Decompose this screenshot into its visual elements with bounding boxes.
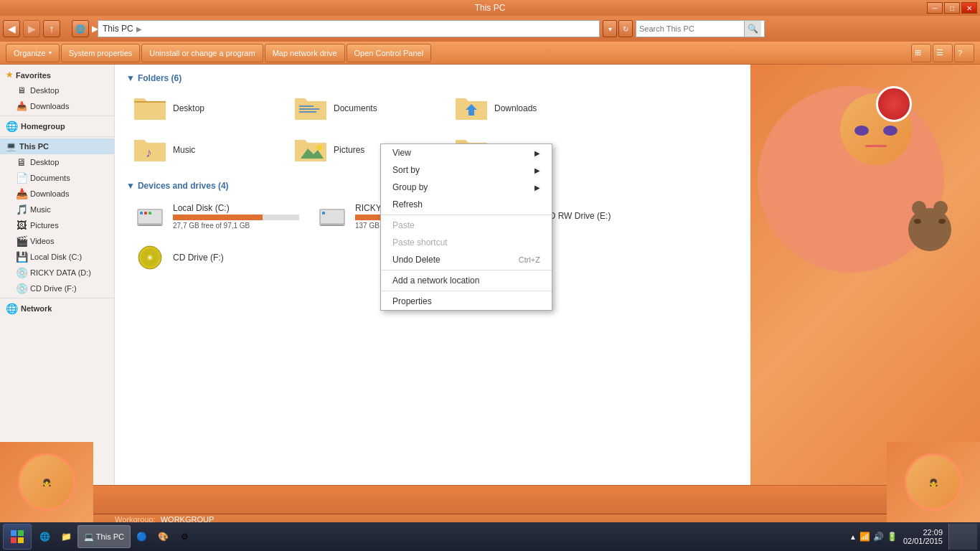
clock-date: 02/01/2015: [903, 537, 943, 545]
context-menu: View ▶ Sort by ▶ Group by ▶ Refresh Past…: [380, 143, 552, 311]
up-button[interactable]: ↑: [43, 20, 60, 37]
address-bar: ◀ ▶ ↑ 🌐 ▶ This PC ▶ ▾ ↻ 🔍: [0, 16, 980, 42]
tray-volume-icon[interactable]: 🔊: [873, 532, 884, 542]
ctx-sort-by[interactable]: Sort by ▶: [381, 161, 552, 179]
ctx-undo-delete[interactable]: Undo Delete Ctrl+Z: [381, 251, 552, 268]
sidebar-item-pictures[interactable]: 🖼 Pictures: [0, 217, 114, 233]
cd-drive-icon-main: [133, 243, 167, 272]
svg-rect-28: [11, 530, 17, 536]
tray-chevron[interactable]: ▲: [849, 533, 857, 541]
ctx-paste[interactable]: Paste: [381, 217, 552, 234]
ctx-undo-shortcut: Ctrl+Z: [519, 255, 540, 264]
folder-desktop[interactable]: Desktop: [126, 89, 284, 128]
forward-button[interactable]: ▶: [23, 20, 40, 37]
uninstall-button[interactable]: Uninstall or change a program: [141, 44, 263, 62]
address-path[interactable]: This PC ▶: [98, 20, 600, 37]
sidebar-item-music[interactable]: 🎵 Music: [0, 202, 114, 217]
search-button[interactable]: 🔍: [744, 21, 761, 37]
drives-arrow: ▼: [126, 181, 135, 191]
close-button[interactable]: ✕: [961, 2, 977, 14]
sidebar-item-ricky-data[interactable]: 💿 RICKY DATA (D:): [0, 265, 114, 281]
star-icon: ★: [6, 70, 13, 80]
downloads-fav-icon: 📥: [16, 100, 27, 112]
start-button[interactable]: [3, 524, 32, 550]
sidebar-item-desktop[interactable]: 🖥 Desktop: [0, 154, 114, 170]
map-network-button[interactable]: Map network drive: [265, 44, 345, 62]
drive-cd[interactable]: CD Drive (F:): [126, 238, 306, 277]
back-button[interactable]: ◀: [3, 20, 20, 37]
cd-label: CD Drive (F:): [173, 253, 299, 263]
local-disk-icon: 💾: [16, 251, 27, 263]
ctx-group-by[interactable]: Group by ▶: [381, 179, 552, 196]
svg-rect-13: [149, 212, 151, 215]
folder-music-label: Music: [173, 145, 195, 155]
svg-rect-14: [138, 225, 161, 226]
taskbar-clock[interactable]: 22:09 02/01/2015: [903, 528, 943, 545]
ctx-add-network[interactable]: Add a network location: [381, 272, 552, 289]
ctx-properties[interactable]: Properties: [381, 293, 552, 310]
tray-network-icon[interactable]: 📶: [859, 532, 870, 542]
sidebar-item-videos[interactable]: 🎬 Videos: [0, 233, 114, 249]
tray-battery-icon[interactable]: 🔋: [887, 532, 897, 542]
folder-downloads[interactable]: Downloads: [448, 89, 606, 128]
taskbar-explorer-icon[interactable]: 📁: [56, 527, 76, 547]
cd-info: CD Drive (F:): [173, 253, 299, 263]
sidebar-item-documents[interactable]: 📄 Documents: [0, 170, 114, 186]
folder-music[interactable]: ♪ Music: [126, 131, 284, 169]
taskbar-paint-icon[interactable]: 🎨: [154, 527, 174, 547]
organize-button[interactable]: Organize ▾: [6, 44, 60, 62]
favorites-header[interactable]: ★ Favorites: [0, 67, 114, 83]
ricky-data-drive-icon: [315, 202, 349, 230]
drive-local-disk[interactable]: Local Disk (C:) 27,7 GB free of 97,1 GB: [126, 197, 306, 235]
desktop-fav-icon: 🖥: [16, 85, 27, 96]
ctx-paste-shortcut[interactable]: Paste shortcut: [381, 234, 552, 251]
help-button[interactable]: ?: [954, 44, 974, 62]
view-options-button[interactable]: ⊞: [911, 44, 931, 62]
svg-rect-11: [140, 212, 143, 215]
taskbar-settings-icon[interactable]: ⚙: [175, 527, 195, 547]
local-disk-bar-container: [173, 215, 299, 220]
search-box: 🔍: [636, 20, 765, 37]
cd-drive-icon: 💿: [16, 283, 27, 294]
status-bar: ASUS: [0, 485, 980, 514]
window-title: This PC: [475, 3, 506, 13]
view-list-button[interactable]: ☰: [933, 44, 953, 62]
ctx-view-arrow: ▶: [534, 149, 540, 157]
svg-rect-2: [299, 108, 319, 110]
taskbar-ie-icon[interactable]: 🌐: [34, 527, 55, 547]
sidebar-divider-3: [0, 298, 114, 298]
sidebar-item-downloads-fav[interactable]: 📥 Downloads: [0, 98, 114, 114]
system-properties-button[interactable]: System properties: [61, 44, 141, 62]
sidebar-item-local-disk[interactable]: 💾 Local Disk (C:): [0, 249, 114, 265]
svg-rect-3: [299, 111, 316, 113]
ie-icon: 🌐: [72, 20, 89, 37]
network-header[interactable]: 🌐 Network: [0, 300, 114, 317]
search-input[interactable]: [636, 24, 744, 33]
svg-text:♪: ♪: [146, 146, 152, 160]
taskbar: 🌐 📁 💻 This PC 🔵 🎨 ⚙ ▲ 📶 🔊 🔋 22:09 02/01/…: [0, 522, 980, 551]
ctx-sort-arrow: ▶: [534, 166, 540, 174]
folder-documents[interactable]: Documents: [287, 89, 445, 128]
local-disk-free: 27,7 GB free of 97,1 GB: [173, 222, 299, 230]
folder-documents-label: Documents: [334, 103, 377, 113]
homegroup-header[interactable]: 🌐 Homegroup: [0, 118, 114, 135]
maximize-button[interactable]: □: [944, 2, 960, 14]
sidebar: ★ Favorites 🖥 Desktop 📥 Downloads 🌐 Home…: [0, 65, 115, 485]
taskbar-chrome-icon[interactable]: 🔵: [132, 527, 152, 547]
folders-section-header[interactable]: ▼ Folders (6): [126, 73, 739, 83]
minimize-button[interactable]: ─: [927, 2, 943, 14]
taskbar-this-pc[interactable]: 💻 This PC: [77, 525, 131, 548]
homegroup-icon: 🌐: [6, 121, 18, 132]
ctx-view[interactable]: View ▶: [381, 144, 552, 161]
refresh-btn[interactable]: ↻: [618, 20, 633, 37]
control-panel-button[interactable]: Open Control Panel: [347, 44, 432, 62]
sidebar-item-desktop-fav[interactable]: 🖥 Desktop: [0, 83, 114, 98]
address-dropdown-btn[interactable]: ▾: [603, 20, 617, 37]
svg-rect-18: [321, 225, 344, 226]
show-desktop-button[interactable]: [948, 524, 977, 550]
ctx-refresh[interactable]: Refresh: [381, 196, 552, 213]
system-bar-left-char: 👧: [0, 442, 93, 522]
sidebar-item-downloads[interactable]: 📥 Downloads: [0, 186, 114, 202]
sidebar-item-cd-drive[interactable]: 💿 CD Drive (F:): [0, 281, 114, 296]
this-pc-header[interactable]: 💻 This PC: [0, 138, 114, 154]
